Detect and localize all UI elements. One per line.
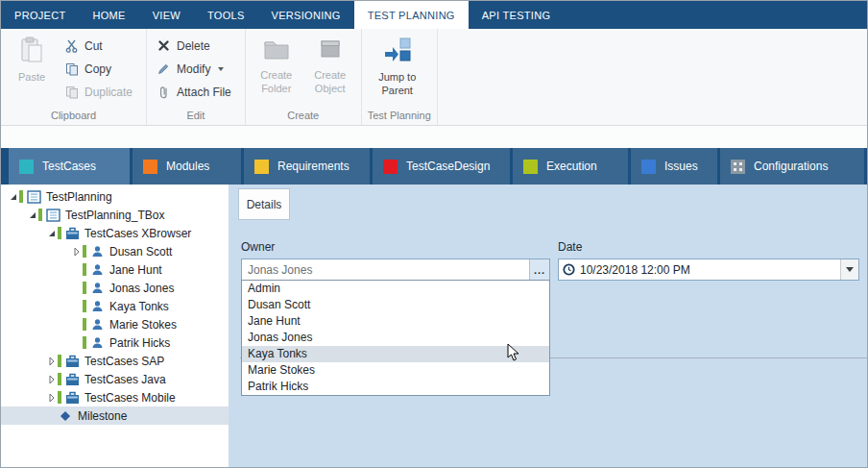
attach-file-button[interactable]: Attach File [153,82,239,102]
tab-details[interactable]: Details [238,188,290,220]
tree-item-label: Milestone [78,409,127,423]
application-window: PROJECT HOME VIEW TOOLS VERSIONING TEST … [0,0,868,468]
delete-button[interactable]: Delete [153,36,239,56]
tab-execution[interactable]: Execution [513,148,628,185]
test-planning-group-label: Test Planning [362,107,437,125]
testcasedesign-icon [383,160,398,174]
expand-arrow-icon[interactable] [45,231,58,236]
tree-item-testcases-java[interactable]: TestCases Java [1,370,229,388]
menu-view-label: VIEW [153,10,181,21]
tree-item-label: Marie Stokes [109,318,177,332]
status-bar-icon [83,245,86,258]
delete-label: Delete [177,39,210,53]
tree-item-testcases-xbrowser[interactable]: TestCases XBrowser [1,224,229,242]
owner-dropdown-item[interactable]: Admin [242,281,549,297]
modify-label: Modify [177,62,210,76]
modify-dropdown-caret-icon[interactable] [218,67,224,71]
tree-item-patrik-hicks[interactable]: Patrik Hicks [1,333,229,352]
owner-dropdown-item[interactable]: Kaya Tonks [242,346,549,362]
paste-button[interactable]: Paste [7,33,57,85]
tree-item-label: TestPlanning [46,190,112,204]
status-bar-icon [83,300,86,312]
tree-item-jonas-jones[interactable]: Jonas Jones [1,279,229,297]
execution-icon [523,160,538,174]
expand-arrow-icon[interactable] [26,212,38,218]
attach-file-icon [157,85,171,99]
tree-item-label: Dusan Scott [109,245,172,259]
testcases-icon [19,160,34,174]
module-tab-bar: TestCases Modules Requirements TestCaseD… [1,148,867,185]
owner-dropdown-item[interactable]: Dusan Scott [242,297,549,313]
tree-item-jane-hunt[interactable]: Jane Hunt [1,260,229,279]
duplicate-button[interactable]: Duplicate [60,82,140,102]
person-icon [89,335,105,350]
owner-dropdown-item[interactable]: Patrik Hicks [242,379,549,395]
tab-modules[interactable]: Modules [133,148,241,185]
tree-item-testplanning-tbox[interactable]: TestPlanning_TBox [1,206,229,224]
tree-item-label: TestCases Mobile [84,391,176,405]
date-picker[interactable]: 10/23/2018 12:00 PM [558,259,859,281]
owner-dropdown-list: Admin Dusan Scott Jane Hunt Jonas Jones … [241,280,550,396]
ribbon: Paste Cut Copy [1,29,867,126]
tree-item-testcases-sap[interactable]: TestCases SAP [1,352,229,370]
tree-item-kaya-tonks[interactable]: Kaya Tonks [1,297,229,315]
tree-item-label: Jonas Jones [109,282,174,295]
collapse-arrow-icon[interactable] [45,357,58,366]
tree-item-testcases-mobile[interactable]: TestCases Mobile [1,388,229,406]
menu-api-testing[interactable]: API TESTING [469,1,565,29]
owner-dropdown-item[interactable]: Jonas Jones [242,330,549,346]
menu-home-label: HOME [92,10,125,21]
status-bar-icon [58,373,61,385]
expand-arrow-icon[interactable] [7,194,19,200]
date-dropdown-button[interactable] [840,259,858,280]
duplicate-label: Duplicate [84,86,133,99]
details-panel: Details Owner Jonas Jones ... Date [229,185,867,467]
tree-item-dusan-scott[interactable]: Dusan Scott [1,242,229,260]
tab-requirements[interactable]: Requirements [244,148,370,185]
date-picker-value: 10/23/2018 12:00 PM [580,259,690,280]
clock-icon [563,259,575,280]
tree-item-milestone[interactable]: Milestone [1,406,229,425]
jump-to-parent-icon [383,37,412,67]
tree-item-label: TestPlanning_TBox [65,209,164,222]
create-folder-button[interactable]: Create Folder [252,33,301,96]
duplicate-icon [64,85,79,99]
menu-test-planning-label: TEST PLANNING [368,10,455,21]
collapse-arrow-icon[interactable] [45,393,58,403]
tab-testcases[interactable]: TestCases [9,148,130,185]
tab-configurations[interactable]: Configurations [720,148,864,185]
modify-button[interactable]: Modify [153,59,239,79]
jump-to-parent-button[interactable]: Jump to Parent [368,33,427,98]
owner-dropdown-item[interactable]: Marie Stokes [242,362,549,379]
paste-label: Paste [18,71,45,85]
copy-button[interactable]: Copy [60,59,140,79]
clipboard-group-label: Clipboard [1,107,146,125]
menu-test-planning[interactable]: TEST PLANNING [354,1,469,29]
create-object-button[interactable]: Create Object [305,33,355,96]
menu-project-label: PROJECT [14,10,65,21]
chevron-down-icon [846,267,854,272]
testcase-folder-icon [64,372,80,386]
cut-button[interactable]: Cut [60,36,140,56]
collapse-arrow-icon[interactable] [45,375,58,384]
menu-view[interactable]: VIEW [139,1,194,29]
owner-dropdown-item[interactable]: Jane Hunt [242,313,549,330]
menu-project[interactable]: PROJECT [1,1,79,29]
status-bar-icon [58,227,61,239]
tree-item-label: TestCases SAP [84,355,164,368]
tree-item-label: TestCases Java [84,373,166,386]
menu-home[interactable]: HOME [79,1,138,29]
owner-combobox[interactable]: Jonas Jones ... [241,259,550,281]
collapse-arrow-icon[interactable] [70,247,83,257]
status-bar-icon [83,282,86,294]
menu-tools[interactable]: TOOLS [194,1,258,29]
tree-item-testplanning[interactable]: TestPlanning [1,187,229,206]
tab-testcasedesign[interactable]: TestCaseDesign [373,148,510,185]
status-bar-icon [58,391,61,404]
menu-versioning[interactable]: VERSIONING [258,1,354,29]
tab-issues[interactable]: Issues [631,148,717,185]
tree-item-marie-stokes[interactable]: Marie Stokes [1,315,229,333]
status-bar-icon [38,209,42,221]
copy-label: Copy [84,62,111,76]
owner-browse-button[interactable]: ... [529,259,549,280]
